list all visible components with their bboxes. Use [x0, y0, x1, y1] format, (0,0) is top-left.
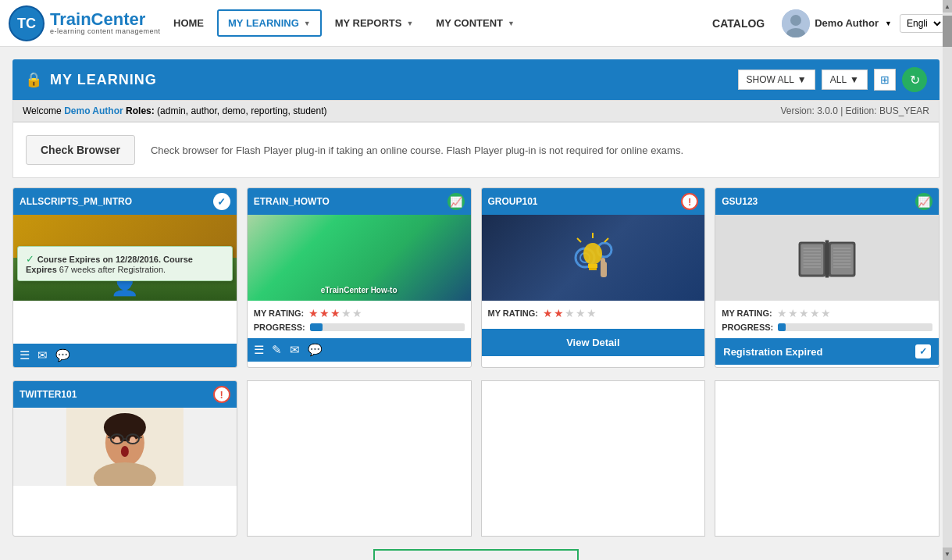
- view-detail-button-group[interactable]: View Detail: [482, 329, 705, 356]
- progress-bar-fill-gsu: [778, 323, 786, 331]
- lightbulb-svg: [562, 226, 624, 289]
- empty-card-1: [247, 380, 472, 537]
- svg-point-45: [121, 446, 129, 457]
- star-2: ★: [554, 307, 564, 319]
- nav-my-reports[interactable]: MY REPORTS ▼: [326, 11, 423, 35]
- rating-row-group: MY RATING: ★ ★ ★ ★ ★: [488, 307, 699, 319]
- progress-bar-bg-gsu: [778, 323, 932, 331]
- rating-row-etrain: MY RATING: ★ ★ ★ ★ ★: [254, 307, 465, 319]
- navbar: TC TrainCenter e-learning content manage…: [0, 0, 952, 47]
- card-allscripts: ALLSCRIPTS_PM_INTRO ✓ 👤 ✓ Course Expires…: [12, 187, 237, 368]
- list-icon-etrain[interactable]: ☰: [254, 343, 264, 357]
- svg-rect-9: [588, 264, 597, 268]
- star-5: ★: [587, 307, 597, 319]
- filter-select-button[interactable]: ALL ▼: [822, 70, 868, 90]
- chat-icon-etrain[interactable]: 💬: [308, 343, 323, 357]
- user-name: Demo Author: [815, 17, 879, 29]
- my-learning-header: 🔒 MY LEARNING SHOW ALL ▼ ALL ▼ ⊞ ↻: [12, 59, 940, 100]
- welcome-bar: Welcome Demo Author Roles: (admin, autho…: [12, 100, 940, 122]
- scrollbar-thumb[interactable]: [943, 16, 952, 47]
- filter-caret: ▼: [850, 74, 859, 85]
- mail-icon-allscripts[interactable]: ✉: [37, 348, 48, 362]
- my-reports-caret: ▼: [406, 20, 413, 27]
- navbar-right: CATALOG Demo Author ▼ Engli: [703, 9, 944, 37]
- lock-icon: 🔒: [25, 71, 42, 88]
- star-4: ★: [341, 307, 351, 319]
- badge-check-allscripts: ✓: [213, 193, 230, 210]
- star-3: ★: [565, 307, 575, 319]
- svg-rect-10: [589, 268, 597, 270]
- card-body-gsu: MY RATING: ★ ★ ★ ★ ★ PROGRESS:: [715, 301, 939, 338]
- show-all-button[interactable]: SHOW ALL ▼: [738, 70, 815, 90]
- card-code-twitter: TWITTER101: [20, 389, 77, 400]
- welcome-user-link[interactable]: Demo Author: [64, 105, 123, 116]
- language-select[interactable]: Engli: [900, 14, 944, 33]
- empty-card-3: [715, 380, 940, 537]
- card-empty-body-allscripts: [13, 301, 237, 344]
- svg-line-43: [108, 437, 111, 438]
- stars-group[interactable]: ★ ★ ★ ★ ★: [543, 307, 597, 319]
- gsu-course-image: [715, 215, 939, 301]
- chat-icon-allscripts[interactable]: 💬: [55, 348, 70, 362]
- logo[interactable]: TC TrainCenter e-learning content manage…: [8, 5, 164, 42]
- show-all-caret: ▼: [797, 74, 807, 85]
- edit-icon-etrain[interactable]: ✎: [272, 343, 282, 357]
- card-group: GROUP101 !: [481, 187, 706, 368]
- group-course-image: [482, 215, 705, 301]
- tiled-view-section: My Learning Tiled View: [12, 549, 940, 560]
- svg-point-37: [104, 413, 146, 441]
- refresh-button[interactable]: ↻: [902, 67, 927, 92]
- badge-trending-gsu: 📈: [915, 193, 932, 210]
- card-code-gsu: GSU123: [722, 196, 758, 207]
- badge-trending-etrain: 📈: [447, 193, 465, 210]
- mail-icon-etrain[interactable]: ✉: [290, 343, 300, 357]
- etrain-img-label: eTrainCenter How-to: [321, 286, 398, 294]
- svg-line-44: [139, 437, 142, 438]
- progress-bar-fill-etrain: [310, 323, 323, 331]
- roles-keyword: Roles:: [126, 105, 155, 116]
- nav-home[interactable]: HOME: [164, 11, 213, 35]
- card-body-etrain: MY RATING: ★ ★ ★ ★ ★ PROGRESS:: [248, 301, 471, 338]
- check-browser-button[interactable]: Check Browser: [26, 135, 135, 165]
- progress-label-gsu: PROGRESS:: [722, 323, 773, 332]
- card-header-gsu: GSU123 📈: [715, 188, 939, 215]
- scrollbar-down-arrow[interactable]: ▼: [943, 548, 952, 560]
- check-browser-section: Check Browser Check browser for Flash Pl…: [12, 122, 940, 178]
- progress-row-etrain: PROGRESS:: [254, 323, 465, 332]
- view-toggle: ⊞: [874, 69, 896, 91]
- user-menu[interactable]: Demo Author ▼: [782, 9, 892, 37]
- svg-line-14: [604, 238, 608, 242]
- allscripts-course-image: 👤 ✓ Course Expires on 12/28/2016. Course…: [13, 215, 237, 301]
- etrain-course-image: eTrainCenter How-to: [248, 215, 471, 301]
- badge-warning-twitter: !: [213, 386, 230, 403]
- main-nav: HOME MY LEARNING ▼ MY REPORTS ▼ MY CONTE…: [164, 9, 703, 37]
- star-5: ★: [821, 307, 831, 319]
- avatar: [782, 9, 810, 37]
- star-2: ★: [788, 307, 798, 319]
- card-header-twitter: TWITTER101 !: [13, 381, 237, 408]
- page-scrollbar[interactable]: ▲ ▼: [943, 0, 952, 560]
- nav-my-learning[interactable]: MY LEARNING ▼: [217, 9, 322, 37]
- rating-row-gsu: MY RATING: ★ ★ ★ ★ ★: [722, 307, 932, 319]
- card-code-etrain: ETRAIN_HOWTO: [254, 196, 330, 207]
- tiled-view-label[interactable]: My Learning Tiled View: [373, 549, 578, 560]
- tiled-view-button[interactable]: ⊞: [874, 69, 896, 91]
- catalog-button[interactable]: CATALOG: [703, 11, 774, 36]
- content-wrapper: 🔒 MY LEARNING SHOW ALL ▼ ALL ▼ ⊞ ↻ Welco…: [0, 59, 952, 560]
- stars-etrain[interactable]: ★ ★ ★ ★ ★: [308, 307, 362, 319]
- bottom-cards-row: TWITTER101 !: [12, 380, 940, 537]
- star-1: ★: [308, 307, 319, 319]
- stars-gsu[interactable]: ★ ★ ★ ★ ★: [777, 307, 831, 319]
- progress-bar-bg-etrain: [310, 323, 465, 331]
- star-5: ★: [352, 307, 362, 319]
- rating-label-group: MY RATING:: [488, 309, 538, 318]
- registration-expired-button[interactable]: Registration Expired ✓: [715, 338, 939, 365]
- roles-value: (admin, author, demo, reporting, student…: [157, 105, 326, 116]
- rating-label-gsu: MY RATING:: [722, 309, 772, 318]
- scrollbar-up-arrow[interactable]: ▲: [943, 0, 952, 12]
- my-content-caret: ▼: [508, 20, 515, 27]
- list-icon-allscripts[interactable]: ☰: [20, 348, 30, 362]
- svg-point-8: [583, 243, 602, 265]
- nav-my-content[interactable]: MY CONTENT ▼: [426, 11, 524, 35]
- card-twitter: TWITTER101 !: [12, 380, 237, 537]
